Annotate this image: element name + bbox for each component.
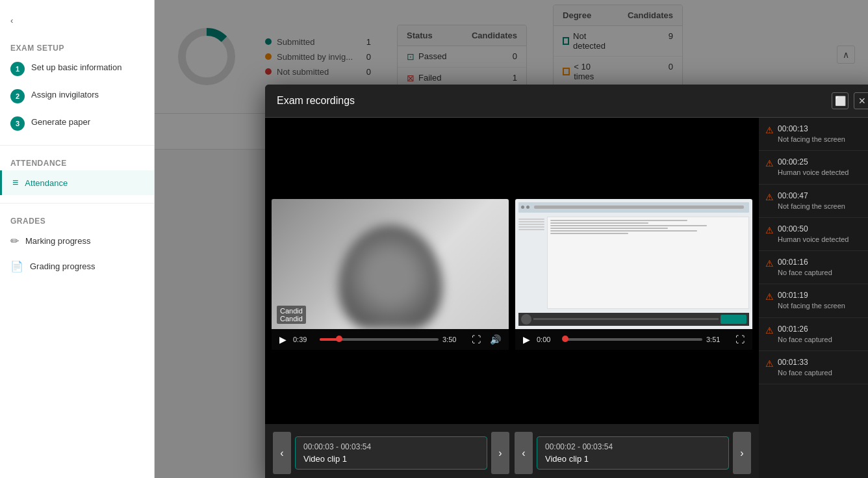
video-thumb-1: Candid Candid (272, 199, 509, 329)
exam-setup-title: Exam setup (0, 38, 154, 55)
clip-label-1: Video clip 1 (303, 454, 479, 464)
video-controls-1: ▶ 0:39 3:50 ⛶ 🔊 (272, 329, 509, 350)
step-3-circle: 3 (10, 116, 25, 131)
clip-nav-area: ‹ 00:00:03 - 00:03:54 Video clip 1 › ‹ 0… (265, 424, 759, 478)
attendance-icon: ≡ (12, 177, 18, 189)
marking-icon: ✏ (10, 235, 19, 247)
divider-2 (0, 203, 154, 204)
sidebar-item-generate-paper[interactable]: 3 Generate paper (0, 110, 154, 137)
total-time-2: 3:51 (706, 336, 729, 343)
maximize-button[interactable]: ⬜ (832, 92, 849, 109)
event-desc-2: Not facing the screen (778, 202, 868, 211)
back-button[interactable]: ‹ (0, 10, 154, 31)
attendance-title: Attendance (0, 153, 154, 170)
progress-bar-2[interactable] (563, 338, 702, 341)
event-desc-1: Human voice detected (778, 168, 868, 177)
event-content-3: 00:00:50 Human voice detected (778, 224, 868, 244)
clip-next-2[interactable]: › (733, 432, 751, 474)
video-area: Candid Candid ▶ 0:39 3:50 (265, 118, 759, 478)
event-desc-4: No face captured (778, 268, 868, 277)
event-time-4: 00:01:16 (778, 258, 868, 267)
warning-icon-0: ⚠ (765, 125, 774, 135)
total-time-1: 3:50 (442, 336, 465, 343)
step-2-label: Assign invigilators (31, 89, 99, 101)
main-content: Submitted 1 Submitted by invig... 0 Not … (155, 0, 868, 478)
screen-toolbar (518, 202, 749, 213)
modal-header: Exam recordings ⬜ ✕ (265, 85, 868, 118)
event-item-6[interactable]: ⚠ 00:01:26 No face captured (759, 318, 868, 351)
sidebar-item-grading[interactable]: 📄 Grading progress (0, 254, 154, 279)
warning-icon-4: ⚠ (765, 258, 774, 269)
video-controls-2: ▶ 0:00 3:51 ⛶ (515, 329, 752, 350)
event-item-2[interactable]: ⚠ 00:00:47 Not facing the screen (759, 185, 868, 218)
play-button-1[interactable]: ▶ (277, 333, 289, 346)
event-content-2: 00:00:47 Not facing the screen (778, 191, 868, 211)
grading-label: Grading progress (30, 261, 95, 271)
warning-icon-7: ⚠ (765, 358, 774, 369)
event-content-0: 00:00:13 Not facing the screen (778, 124, 868, 144)
event-time-6: 00:01:26 (778, 325, 868, 334)
event-desc-6: No face captured (778, 335, 868, 344)
sidebar-item-basic-info[interactable]: 1 Set up basic information (0, 55, 154, 83)
warning-icon-6: ⚠ (765, 325, 774, 336)
event-time-7: 00:01:33 (778, 358, 868, 367)
warning-icon-5: ⚠ (765, 291, 774, 302)
sidebar-item-attendance[interactable]: ≡ Attendance (0, 170, 154, 195)
step-1-label: Set up basic information (31, 62, 121, 73)
step-2-circle: 2 (10, 89, 25, 103)
clip-prev-1[interactable]: ‹ (273, 432, 291, 474)
clip-section-2: ‹ 00:00:02 - 00:03:54 Video clip 1 › (515, 432, 751, 474)
clip-section-1: ‹ 00:00:03 - 00:03:54 Video clip 1 › (273, 432, 509, 474)
person-silhouette (338, 225, 442, 329)
back-icon: ‹ (10, 16, 13, 25)
fullscreen-button-2[interactable]: ⛶ (733, 333, 747, 346)
progress-thumb-1 (336, 336, 342, 342)
video-thumb-2 (515, 199, 752, 329)
event-item-4[interactable]: ⚠ 00:01:16 No face captured (759, 251, 868, 284)
close-button[interactable]: ✕ (854, 92, 868, 109)
event-item-1[interactable]: ⚠ 00:00:25 Human voice detected (759, 151, 868, 184)
video-player-2: ▶ 0:00 3:51 ⛶ (515, 199, 752, 350)
clip-label-2: Video clip 1 (545, 454, 721, 464)
events-panel: ⚠ 00:00:13 Not facing the screen ⚠ 00:00… (759, 118, 868, 478)
event-content-7: 00:01:33 No face captured (778, 358, 868, 377)
clip-info-1: 00:00:03 - 00:03:54 Video clip 1 (295, 436, 487, 470)
video-player-1: Candid Candid ▶ 0:39 3:50 (272, 199, 509, 350)
exam-recordings-modal: Exam recordings ⬜ ✕ Candid Candid (265, 85, 868, 478)
progress-fill-2 (563, 338, 566, 341)
event-time-5: 00:01:19 (778, 291, 868, 300)
clip-next-1[interactable]: › (491, 432, 509, 474)
event-desc-5: Not facing the screen (778, 301, 868, 310)
sidebar-item-invigilators[interactable]: 2 Assign invigilators (0, 83, 154, 110)
modal-body: Candid Candid ▶ 0:39 3:50 (265, 118, 868, 478)
progress-thumb-2 (562, 336, 568, 342)
event-content-4: 00:01:16 No face captured (778, 258, 868, 277)
screen-dot-1 (521, 206, 524, 209)
candidate-overlay: Candid Candid (277, 306, 306, 324)
play-button-2[interactable]: ▶ (520, 333, 533, 346)
event-content-1: 00:00:25 Human voice detected (778, 157, 868, 177)
event-time-2: 00:00:47 (778, 191, 868, 200)
volume-button-1[interactable]: 🔊 (487, 333, 504, 346)
event-time-0: 00:00:13 (778, 124, 868, 133)
progress-bar-1[interactable] (320, 338, 439, 341)
modal-header-actions: ⬜ ✕ (832, 92, 868, 109)
sidebar-item-marking[interactable]: ✏ Marking progress (0, 228, 154, 254)
clip-prev-2[interactable]: ‹ (515, 432, 533, 474)
video-players: Candid Candid ▶ 0:39 3:50 (265, 118, 759, 424)
step-3-label: Generate paper (31, 116, 90, 128)
event-desc-0: Not facing the screen (778, 135, 868, 144)
clip-time-2: 00:00:02 - 00:03:54 (545, 442, 721, 451)
event-content-5: 00:01:19 Not facing the screen (778, 291, 868, 310)
event-item-0[interactable]: ⚠ 00:00:13 Not facing the screen (759, 118, 868, 151)
event-item-7[interactable]: ⚠ 00:01:33 No face captured (759, 351, 868, 384)
screen-dot-2 (526, 206, 530, 209)
elapsed-time-2: 0:00 (537, 336, 559, 343)
grades-title: Grades (0, 211, 154, 228)
warning-icon-1: ⚠ (765, 158, 774, 168)
event-item-5[interactable]: ⚠ 00:01:19 Not facing the screen (759, 284, 868, 317)
modal-title: Exam recordings (277, 95, 355, 107)
fullscreen-button-1[interactable]: ⛶ (469, 333, 483, 346)
event-item-3[interactable]: ⚠ 00:00:50 Human voice detected (759, 218, 868, 251)
event-desc-3: Human voice detected (778, 235, 868, 244)
